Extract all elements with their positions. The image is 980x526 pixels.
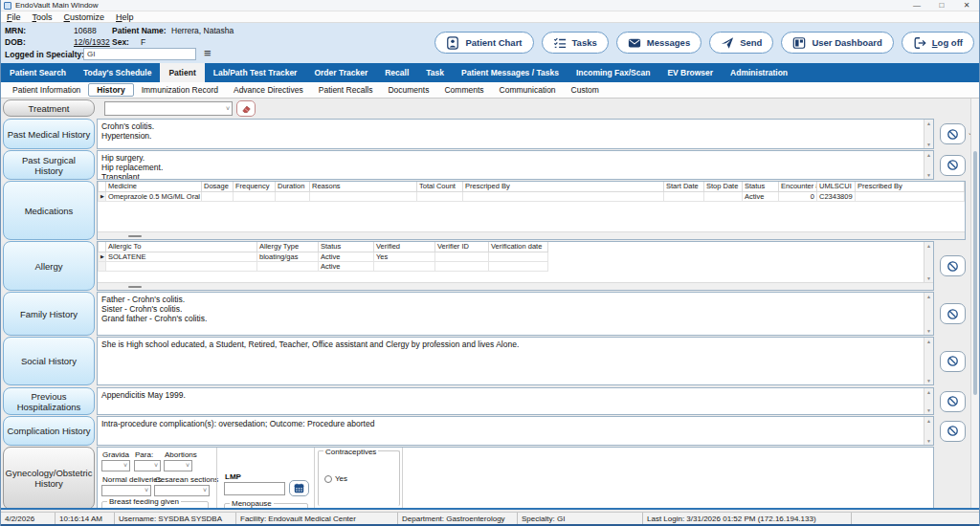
no-known-family-history-button[interactable] bbox=[940, 303, 966, 324]
hospitalizations-scrollbar[interactable]: ▲ ▼ bbox=[924, 388, 933, 414]
tab-patient-search[interactable]: Patient Search bbox=[1, 63, 75, 82]
tab-custom[interactable]: Custom bbox=[564, 84, 607, 96]
tab-incoming-fax-scan[interactable]: Incoming Fax/Scan bbox=[568, 63, 658, 82]
specialty-input[interactable] bbox=[83, 48, 196, 60]
allergy-table-row[interactable]: ▶ SOLATENE bloating/gas Active Yes bbox=[99, 252, 548, 261]
dashboard-icon bbox=[792, 36, 806, 50]
lmp-input[interactable] bbox=[224, 482, 285, 495]
hscroll-thumb[interactable] bbox=[128, 235, 142, 237]
allergy-hscrollbar[interactable] bbox=[98, 282, 933, 290]
scroll-up-icon[interactable]: ▲ bbox=[924, 389, 933, 395]
user-dashboard-button[interactable]: User Dashboard bbox=[781, 32, 893, 54]
allergy-section-button[interactable]: Allergy bbox=[3, 241, 95, 291]
family-history-panel[interactable]: Father - Crohn's colitis. Sister - Crohn… bbox=[97, 292, 934, 336]
menu-customize[interactable]: Customize bbox=[58, 12, 111, 22]
treatment-section-button[interactable]: Treatment bbox=[3, 99, 95, 117]
normal-deliveries-dropdown[interactable]: ˅ bbox=[101, 485, 151, 496]
menu-tools[interactable]: Tools bbox=[27, 12, 58, 22]
family-history-scrollbar[interactable]: ▲ ▼ bbox=[924, 293, 933, 335]
contraceptives-yes-radio[interactable]: Yes bbox=[324, 474, 347, 483]
no-known-hospitalizations-button[interactable] bbox=[940, 391, 966, 412]
complication-history-panel[interactable]: Intra-procedure complication(s): oversed… bbox=[97, 416, 934, 446]
scroll-down-icon[interactable]: ▼ bbox=[924, 142, 933, 147]
tab-immunization-record[interactable]: Immunization Record bbox=[134, 84, 226, 96]
scroll-up-icon[interactable]: ▲ bbox=[924, 152, 933, 158]
no-known-surgical-history-button[interactable] bbox=[940, 155, 966, 176]
tab-ev-browser[interactable]: EV Browser bbox=[658, 63, 722, 82]
send-button[interactable]: Send bbox=[709, 32, 773, 54]
medications-section-button[interactable]: Medications bbox=[3, 181, 95, 240]
past-medical-panel[interactable]: Crohn's colitis. Hypertension. ▲ ▼ bbox=[97, 119, 934, 149]
clear-treatment-button[interactable] bbox=[236, 100, 256, 117]
tab-todays-schedule[interactable]: Today's Schedule bbox=[75, 63, 160, 82]
tab-task[interactable]: Task bbox=[417, 63, 453, 82]
gravida-dropdown[interactable]: ˅ bbox=[101, 460, 130, 471]
tab-patient-messages-tasks[interactable]: Patient Messages / Tasks bbox=[453, 63, 568, 82]
allergy-table-row[interactable]: Active bbox=[99, 261, 548, 271]
tab-documents[interactable]: Documents bbox=[380, 84, 436, 96]
scroll-down-icon[interactable]: ▼ bbox=[924, 378, 933, 384]
tab-patient-recalls[interactable]: Patient Recalls bbox=[311, 84, 381, 96]
tab-communication[interactable]: Communication bbox=[492, 84, 564, 96]
hospitalizations-section-button[interactable]: Previous Hospitalizations bbox=[3, 387, 95, 415]
social-history-scrollbar[interactable]: ▲ ▼ bbox=[924, 338, 933, 384]
scroll-up-icon[interactable]: ▲ bbox=[924, 294, 933, 299]
no-known-allergy-button[interactable] bbox=[940, 255, 966, 276]
tab-patient[interactable]: Patient bbox=[160, 63, 204, 82]
patient-chart-button[interactable]: Patient Chart bbox=[434, 32, 533, 54]
scroll-up-icon[interactable]: ▲ bbox=[924, 339, 933, 344]
past-surgical-scrollbar[interactable]: ▲ ▼ bbox=[924, 151, 933, 179]
scroll-up-icon[interactable]: ▲ bbox=[924, 243, 933, 249]
tab-patient-information[interactable]: Patient Information bbox=[5, 84, 88, 96]
scroll-down-icon[interactable]: ▼ bbox=[924, 407, 933, 413]
lmp-calendar-button[interactable] bbox=[289, 480, 309, 496]
scroll-down-icon[interactable]: ▼ bbox=[924, 275, 933, 281]
no-known-complication-history-button[interactable] bbox=[940, 421, 966, 442]
cesarean-sections-dropdown[interactable]: ˅ bbox=[154, 485, 210, 496]
tab-administration[interactable]: Administration bbox=[722, 63, 796, 82]
past-surgical-section-button[interactable]: Past Surgical History bbox=[3, 150, 95, 180]
tasks-button[interactable]: Tasks bbox=[542, 32, 609, 54]
scroll-down-icon[interactable]: ▼ bbox=[924, 328, 933, 334]
scroll-down-icon[interactable]: ▼ bbox=[924, 438, 933, 444]
user-dashboard-label: User Dashboard bbox=[812, 37, 881, 48]
no-known-medical-history-button[interactable] bbox=[940, 123, 966, 144]
log-off-button[interactable]: Log off bbox=[902, 32, 974, 54]
vscroll-thumb[interactable] bbox=[973, 151, 977, 395]
tab-lab-path-test-tracker[interactable]: Lab/Path Test Tracker bbox=[205, 63, 306, 82]
hospitalizations-panel[interactable]: Appendicitis May 1999. ▲ ▼ bbox=[97, 387, 934, 415]
family-history-section-button[interactable]: Family History bbox=[3, 292, 95, 336]
treatment-dropdown[interactable]: ˅ bbox=[104, 101, 233, 116]
social-history-section-button[interactable]: Social History bbox=[3, 337, 95, 385]
menu-file[interactable]: File bbox=[1, 12, 27, 22]
tab-comments[interactable]: Comments bbox=[436, 84, 491, 96]
past-medical-section-button[interactable]: Past Medical History bbox=[3, 119, 95, 149]
menu-help[interactable]: Help bbox=[110, 12, 140, 22]
allergy-scrollbar[interactable]: ▲ ▼ bbox=[924, 242, 933, 282]
abortions-dropdown[interactable]: ˅ bbox=[164, 460, 192, 471]
hamburger-icon[interactable]: ≡ bbox=[204, 46, 212, 60]
minimize-button[interactable]: — bbox=[904, 1, 929, 10]
hscroll-thumb[interactable] bbox=[128, 286, 142, 288]
scroll-up-icon[interactable]: ▲ bbox=[924, 418, 933, 424]
gyn-history-section-button[interactable]: Gynecology/Obstetric History bbox=[3, 447, 95, 510]
maximize-button[interactable]: □ bbox=[929, 1, 954, 10]
tab-recall[interactable]: Recall bbox=[376, 63, 417, 82]
complication-history-scrollbar[interactable]: ▲ ▼ bbox=[924, 417, 933, 445]
para-dropdown[interactable]: ˅ bbox=[134, 460, 161, 471]
social-history-panel[interactable]: She is High school educated, a Student, … bbox=[97, 337, 934, 385]
tab-history[interactable]: History bbox=[88, 83, 133, 97]
close-button[interactable]: ✕ bbox=[954, 1, 979, 10]
scroll-down-icon[interactable]: ▼ bbox=[924, 172, 933, 178]
medication-table-row[interactable]: ▶ Omeprazole 0.5 MG/ML Oral Suspensi Act… bbox=[99, 191, 965, 201]
no-known-social-history-button[interactable] bbox=[940, 351, 966, 372]
messages-button[interactable]: Messages bbox=[616, 32, 702, 54]
content-vscrollbar[interactable] bbox=[970, 99, 979, 508]
past-surgical-panel[interactable]: Hip surgery. Hip replacement. Transplant… bbox=[97, 150, 934, 180]
tab-advance-directives[interactable]: Advance Directives bbox=[226, 84, 311, 96]
medications-hscrollbar[interactable] bbox=[98, 231, 965, 239]
past-medical-scrollbar[interactable]: ▲ ▼ bbox=[924, 120, 933, 148]
scroll-up-icon[interactable]: ▲ bbox=[924, 121, 933, 126]
complication-history-section-button[interactable]: Complication History bbox=[3, 416, 95, 446]
tab-order-tracker[interactable]: Order Tracker bbox=[305, 63, 376, 82]
